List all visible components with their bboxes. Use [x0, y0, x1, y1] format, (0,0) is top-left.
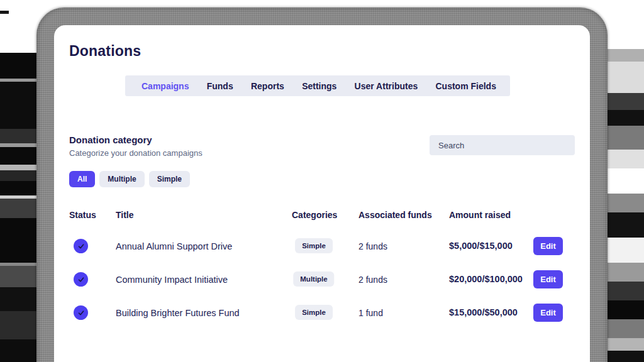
column-header-amount-raised: Amount raised: [449, 210, 511, 220]
check-circle-icon[interactable]: [74, 272, 88, 287]
search-input[interactable]: [430, 135, 575, 155]
column-header-title: Title: [116, 210, 134, 220]
category-badge: Multiple: [293, 272, 334, 287]
screenshot-stage: Donations Campaigns Funds Reports Settin…: [0, 0, 644, 362]
table-row: Building Brighter Futures Fund Simple 1 …: [0, 303, 644, 323]
row-title: Community Impact Initiative: [116, 275, 228, 285]
category-filter-group: All Multiple Simple: [69, 171, 190, 187]
filter-pill-simple[interactable]: Simple: [149, 171, 190, 187]
tab-settings[interactable]: Settings: [302, 81, 336, 91]
tab-funds[interactable]: Funds: [207, 81, 233, 91]
funds-cell: 1 fund: [358, 308, 383, 318]
filter-pill-multiple[interactable]: Multiple: [99, 171, 144, 187]
edit-button[interactable]: Edit: [533, 237, 563, 255]
column-header-categories: Categories: [292, 210, 337, 220]
check-circle-icon[interactable]: [74, 305, 88, 320]
tab-custom-fields[interactable]: Custom Fields: [435, 81, 496, 91]
section-heading: Donation category: [69, 134, 152, 145]
table-row: Community Impact Initiative Multiple 2 f…: [0, 270, 644, 290]
check-circle-icon[interactable]: [74, 239, 88, 253]
amount-cell: $5,000/$15,000: [449, 241, 513, 251]
edit-button[interactable]: Edit: [533, 304, 563, 322]
tab-bar: Campaigns Funds Reports Settings User At…: [125, 75, 510, 96]
funds-cell: 2 funds: [358, 241, 387, 251]
filter-pill-all[interactable]: All: [69, 171, 95, 187]
tab-campaigns[interactable]: Campaigns: [142, 81, 189, 91]
app-content: Donations Campaigns Funds Reports Settin…: [0, 0, 644, 362]
page-title: Donations: [69, 43, 141, 60]
amount-cell: $15,000/$50,000: [449, 307, 518, 317]
category-badge: Simple: [295, 305, 333, 320]
tab-reports[interactable]: Reports: [251, 81, 284, 91]
table-row: Annual Alumni Support Drive Simple 2 fun…: [0, 236, 644, 256]
row-title: Building Brighter Futures Fund: [116, 308, 240, 318]
row-title: Annual Alumni Support Drive: [116, 241, 232, 251]
tab-user-attributes[interactable]: User Attributes: [355, 81, 418, 91]
category-badge: Simple: [295, 238, 333, 253]
section-subheading: Categorize your donation campaigns: [69, 148, 203, 158]
amount-cell: $20,000/$100,000: [449, 274, 523, 284]
funds-cell: 2 funds: [358, 275, 387, 285]
column-header-associated-funds: Associated funds: [358, 210, 432, 220]
column-header-status: Status: [69, 210, 96, 220]
edit-button[interactable]: Edit: [533, 270, 563, 288]
